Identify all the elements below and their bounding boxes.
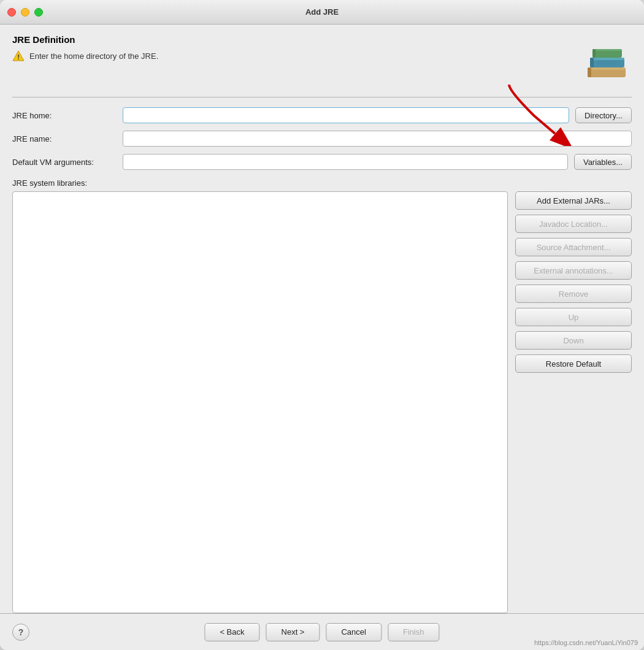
svg-rect-6: [590, 58, 624, 60]
jre-home-row: JRE home: Directory...: [12, 107, 632, 123]
books-svg: [583, 34, 632, 83]
definition-title: JRE Definition: [12, 34, 583, 45]
close-button[interactable]: [7, 8, 16, 17]
warning-icon: !: [12, 50, 25, 62]
remove-button[interactable]: Remove: [515, 285, 632, 303]
vm-args-label: Default VM arguments:: [12, 158, 117, 167]
separator: [12, 97, 632, 98]
cancel-button[interactable]: Cancel: [326, 623, 381, 641]
directory-button[interactable]: Directory...: [575, 107, 632, 123]
warning-text: Enter the home directory of the JRE.: [29, 52, 158, 61]
help-button[interactable]: ?: [12, 624, 29, 641]
libraries-body: Add External JARs... Javadoc Location...…: [12, 191, 632, 613]
down-button[interactable]: Down: [515, 331, 632, 350]
svg-rect-7: [590, 58, 594, 67]
svg-text:!: !: [17, 53, 20, 61]
finish-button[interactable]: Finish: [388, 623, 440, 641]
restore-default-button[interactable]: Restore Default: [515, 354, 632, 373]
titlebar: Add JRE: [0, 0, 644, 25]
svg-rect-10: [592, 49, 596, 58]
svg-rect-9: [592, 49, 622, 51]
maximize-button[interactable]: [34, 8, 43, 17]
external-annotations-button[interactable]: External annotations...: [515, 261, 632, 280]
up-button[interactable]: Up: [515, 308, 632, 326]
traffic-lights: [7, 8, 43, 17]
variables-button[interactable]: Variables...: [574, 154, 632, 170]
vm-args-input[interactable]: [123, 154, 568, 170]
window: Add JRE JRE Definition ! Enter the home …: [0, 0, 644, 650]
jre-name-row: JRE name:: [12, 131, 632, 147]
jre-name-label: JRE name:: [12, 134, 117, 143]
libraries-buttons: Add External JARs... Javadoc Location...…: [515, 191, 632, 613]
javadoc-location-button[interactable]: Javadoc Location...: [515, 215, 632, 233]
warning-row: ! Enter the home directory of the JRE.: [12, 50, 583, 62]
next-button[interactable]: Next >: [266, 623, 320, 641]
libraries-list[interactable]: [12, 191, 508, 613]
form-area: JRE home: Directory... JRE name: Default…: [12, 107, 632, 170]
header-left: JRE Definition ! Enter the home director…: [12, 34, 583, 62]
svg-rect-4: [588, 67, 591, 77]
content-area: JRE Definition ! Enter the home director…: [0, 25, 644, 613]
footer: ? < Back Next > Cancel Finish https://bl…: [0, 613, 644, 650]
minimize-button[interactable]: [21, 8, 29, 17]
libraries-section: JRE system libraries: Add External JARs.…: [12, 178, 632, 613]
header-section: JRE Definition ! Enter the home director…: [12, 34, 632, 83]
back-button[interactable]: < Back: [204, 623, 259, 641]
books-icon: [583, 34, 632, 83]
source-attachment-button[interactable]: Source Attachment...: [515, 238, 632, 256]
window-title: Add JRE: [305, 7, 339, 17]
jre-home-label: JRE home:: [12, 111, 117, 120]
libraries-label: JRE system libraries:: [12, 178, 632, 188]
vm-args-row: Default VM arguments: Variables...: [12, 154, 632, 170]
footer-left: ?: [12, 624, 29, 641]
jre-home-input[interactable]: [123, 107, 569, 123]
watermark-text: https://blog.csdn.net/YuanLiYin079: [534, 639, 638, 646]
add-external-jars-button[interactable]: Add External JARs...: [515, 191, 632, 210]
svg-rect-3: [588, 67, 626, 70]
footer-buttons: < Back Next > Cancel Finish: [204, 623, 439, 641]
jre-name-input[interactable]: [123, 131, 632, 147]
